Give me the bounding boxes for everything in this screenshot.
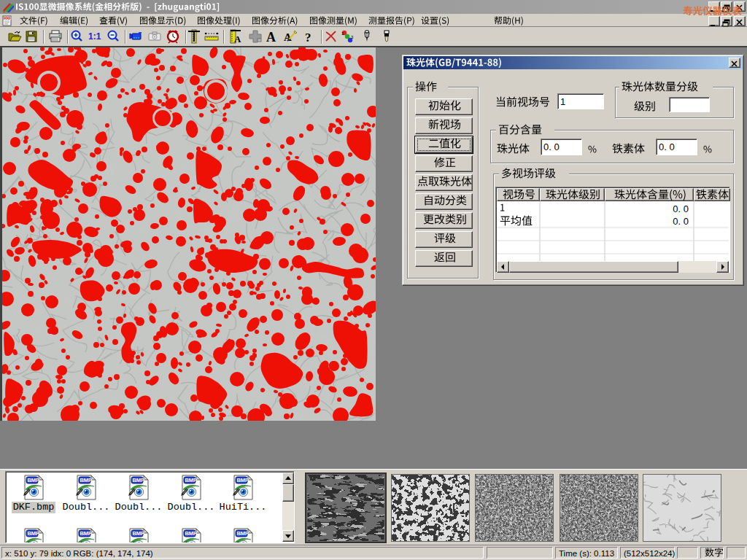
svg-text:BMP: BMP <box>132 530 144 537</box>
svg-text:1:1: 1:1 <box>88 31 101 42</box>
svg-text:BMP: BMP <box>132 477 144 483</box>
svg-text:BMP: BMP <box>185 477 197 483</box>
svg-text:BMP: BMP <box>185 530 197 537</box>
svg-text:BMP: BMP <box>80 530 92 537</box>
svg-text:BMP: BMP <box>236 530 249 537</box>
svg-text:3: 3 <box>351 35 354 39</box>
svg-text:?: ? <box>305 31 311 44</box>
svg-text:DOC: DOC <box>4 17 12 20</box>
svg-text:BMP: BMP <box>27 477 39 483</box>
svg-text:BMP: BMP <box>80 477 92 483</box>
svg-text:A: A <box>266 30 276 44</box>
svg-text:A: A <box>234 34 241 44</box>
svg-text:BMP: BMP <box>236 477 249 483</box>
svg-text:BMP: BMP <box>27 530 39 537</box>
